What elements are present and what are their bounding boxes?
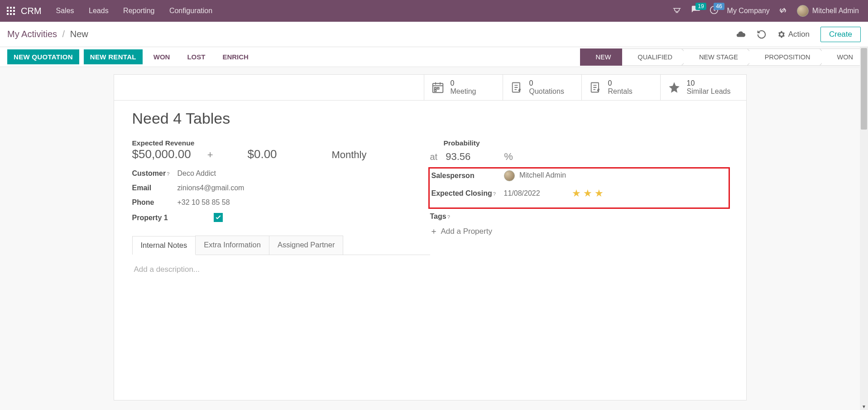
menu-reporting[interactable]: Reporting xyxy=(117,7,161,14)
stage-qualified[interactable]: QUALIFIED xyxy=(622,48,684,66)
action-button[interactable]: Action xyxy=(777,30,810,39)
control-row: My Activities / New Action Create xyxy=(0,22,868,47)
svg-rect-2 xyxy=(434,87,436,89)
menu-configuration[interactable]: Configuration xyxy=(163,7,219,14)
topbar: CRM Sales Leads Reporting Configuration … xyxy=(0,0,868,22)
quotation-icon xyxy=(509,80,524,95)
stage-won[interactable]: WON xyxy=(822,48,863,66)
stat-similar-leads[interactable]: 10Similar Leads xyxy=(660,75,746,100)
enrich-button[interactable]: ENRICH xyxy=(216,49,255,64)
new-quotation-button[interactable]: NEW QUOTATION xyxy=(7,49,79,64)
brand[interactable]: CRM xyxy=(18,6,50,16)
debug-icon[interactable] xyxy=(778,5,789,16)
menu-sales[interactable]: Sales xyxy=(50,7,81,14)
tray-icon[interactable] xyxy=(672,5,683,16)
tabs: Internal Notes Extra Information Assigne… xyxy=(132,236,430,255)
stage-new[interactable]: NEW xyxy=(580,48,623,66)
activities-badge: 46 xyxy=(714,3,724,10)
star-filled-icon: ★ xyxy=(595,188,604,199)
record-title[interactable]: Need 4 Tables xyxy=(132,110,728,127)
user-name: Mitchell Admin xyxy=(812,7,859,15)
apps-icon[interactable] xyxy=(4,4,18,18)
stat-meeting[interactable]: 0Meeting xyxy=(424,75,503,100)
messages-icon[interactable]: 19 xyxy=(691,5,701,17)
stage-proposition[interactable]: PROPOSITION xyxy=(749,48,822,66)
star-filled-icon: ★ xyxy=(583,188,592,199)
svg-rect-3 xyxy=(437,87,439,89)
probability-value[interactable]: 93.56 xyxy=(446,151,470,163)
highlight-box: Salesperson Mitchell Admin Expected Clos… xyxy=(428,167,730,209)
stat-row: 0Meeting 0Quotations 0Rentals 10Similar … xyxy=(114,75,746,101)
tab-extra-info[interactable]: Extra Information xyxy=(195,236,269,255)
add-property-button[interactable]: Add a Property xyxy=(430,227,728,236)
expected-closing-field[interactable]: 11/08/2022 xyxy=(504,189,540,198)
recurring-revenue[interactable]: $0.00 xyxy=(248,147,277,161)
create-button[interactable]: Create xyxy=(820,27,861,42)
description-input[interactable]: Add a description... xyxy=(132,255,430,284)
stage-bar: NEW QUALIFIED NEW STAGE PROPOSITION WON xyxy=(580,48,863,66)
star-icon xyxy=(667,80,681,95)
phone-field[interactable]: +32 10 58 85 58 xyxy=(177,198,230,207)
new-rental-button[interactable]: NEW RENTAL xyxy=(84,49,143,64)
probability-label: Probability xyxy=(444,139,480,147)
star-filled-icon: ★ xyxy=(572,188,581,199)
breadcrumb-current: New xyxy=(70,29,88,39)
won-button[interactable]: WON xyxy=(147,49,177,64)
svg-rect-4 xyxy=(434,90,436,92)
property1-checkbox[interactable] xyxy=(214,213,223,222)
top-menu: Sales Leads Reporting Configuration xyxy=(50,7,219,15)
email-field[interactable]: zinions4@gmail.com xyxy=(177,184,245,192)
lost-button[interactable]: LOST xyxy=(181,49,211,64)
expected-revenue-label: Expected Revenue xyxy=(132,139,430,147)
stage-row: NEW QUOTATION NEW RENTAL WON LOST ENRICH… xyxy=(0,47,868,67)
user-menu[interactable]: Mitchell Admin xyxy=(797,5,859,17)
tab-internal-notes[interactable]: Internal Notes xyxy=(132,236,196,255)
customer-field[interactable]: Deco Addict xyxy=(177,169,216,178)
menu-leads[interactable]: Leads xyxy=(82,7,115,14)
salesperson-field[interactable]: Mitchell Admin xyxy=(504,170,566,181)
user-avatar-icon xyxy=(797,5,809,17)
scrollbar[interactable]: ▼ xyxy=(860,47,868,410)
undo-icon[interactable] xyxy=(757,29,767,39)
rental-icon xyxy=(588,80,603,95)
tab-assigned-partner[interactable]: Assigned Partner xyxy=(269,236,344,255)
cloud-icon[interactable] xyxy=(736,29,746,39)
stat-rentals[interactable]: 0Rentals xyxy=(581,75,660,100)
breadcrumb: My Activities / New xyxy=(7,29,88,39)
priority-stars[interactable]: ★ ★ ★ xyxy=(572,188,604,199)
plus-icon: + xyxy=(207,149,213,161)
company-selector[interactable]: My Company xyxy=(727,7,770,15)
messages-badge: 19 xyxy=(695,3,706,10)
recurring-period[interactable]: Monthly xyxy=(331,149,430,161)
record-card: 0Meeting 0Quotations 0Rentals 10Similar … xyxy=(114,74,747,400)
stage-new-stage[interactable]: NEW STAGE xyxy=(684,48,749,66)
expected-revenue[interactable]: $50,000.00 xyxy=(132,147,191,161)
breadcrumb-parent[interactable]: My Activities xyxy=(7,29,57,39)
salesperson-avatar-icon xyxy=(504,170,515,181)
calendar-icon xyxy=(431,80,445,95)
activities-icon[interactable]: 46 xyxy=(709,5,719,17)
stat-quotations[interactable]: 0Quotations xyxy=(503,75,581,100)
